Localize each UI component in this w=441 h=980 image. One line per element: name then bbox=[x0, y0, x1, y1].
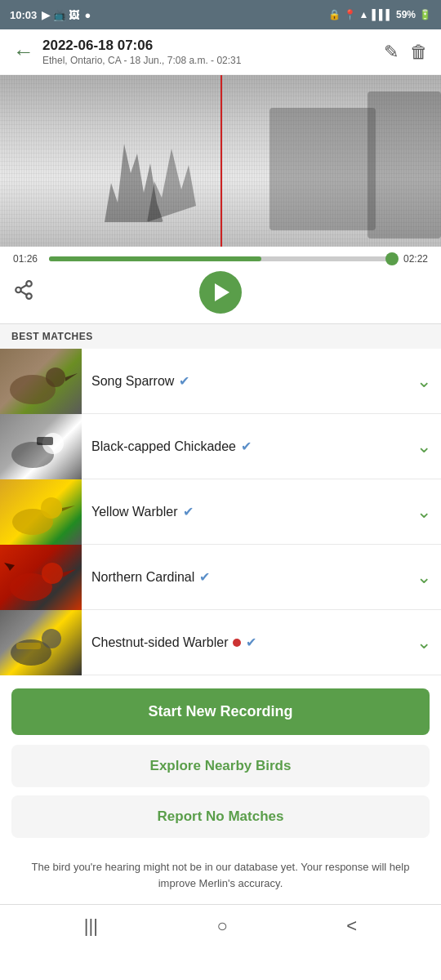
svg-point-15 bbox=[42, 563, 63, 584]
svg-line-3 bbox=[20, 292, 26, 295]
bird-item-2[interactable]: Black-capped Chickadee ✔ ⌄ bbox=[0, 414, 441, 479]
bird-photo-2 bbox=[0, 414, 82, 479]
total-time: 02:22 bbox=[399, 253, 428, 265]
playback-section: 01:26 02:22 bbox=[0, 247, 441, 323]
expand-icon-3[interactable]: ⌄ bbox=[407, 501, 441, 523]
nav-menu-icon[interactable]: ||| bbox=[84, 915, 98, 937]
progress-thumb bbox=[385, 252, 399, 265]
bird-item-5[interactable]: Chestnut-sided Warbler ✔ ⌄ bbox=[0, 610, 441, 675]
page-subtitle: Ethel, Ontario, CA - 18 Jun., 7:08 a.m. … bbox=[42, 55, 384, 66]
bird-photo-3 bbox=[0, 479, 82, 545]
header-title-block: 2022-06-18 07:06 Ethel, Ontario, CA - 18… bbox=[42, 38, 384, 66]
explore-nearby-button[interactable]: Explore Nearby Birds bbox=[11, 745, 430, 787]
back-button[interactable]: ← bbox=[13, 39, 34, 65]
current-time: 01:26 bbox=[13, 253, 42, 265]
expand-icon-1[interactable]: ⌄ bbox=[407, 371, 441, 392]
battery-icon: 🔋 bbox=[419, 9, 431, 20]
bird-info-4: Northern Cardinal ✔ bbox=[82, 569, 407, 585]
edit-button[interactable]: ✎ bbox=[384, 42, 399, 63]
status-bar: 10:03 ▶ 📺 🖼 ● 🔒 📍 ▲ ▌▌▌ 59% 🔋 bbox=[0, 0, 441, 29]
signal-icon: ▌▌▌ bbox=[372, 9, 393, 20]
progress-track[interactable] bbox=[49, 256, 392, 261]
verified-icon-4: ✔ bbox=[199, 569, 210, 585]
status-icons: ▶ 📺 🖼 bbox=[42, 9, 79, 21]
svg-line-4 bbox=[20, 285, 26, 288]
wifi-icon: ▲ bbox=[359, 9, 369, 20]
spectrogram-patch4 bbox=[368, 91, 441, 238]
bird-item-4[interactable]: Northern Cardinal ✔ ⌄ bbox=[0, 545, 441, 610]
controls-row bbox=[13, 271, 428, 314]
bird-name-5: Chestnut-sided Warbler bbox=[91, 635, 228, 650]
play-icon bbox=[215, 283, 229, 301]
status-time: 10:03 bbox=[10, 9, 37, 21]
bird-info-2: Black-capped Chickadee ✔ bbox=[82, 439, 407, 454]
header: ← 2022-06-18 07:06 Ethel, Ontario, CA - … bbox=[0, 29, 441, 75]
verified-icon-1: ✔ bbox=[179, 373, 189, 389]
spectrogram-patch3 bbox=[270, 108, 376, 230]
delete-button[interactable]: 🗑 bbox=[410, 42, 428, 63]
time-row: 01:26 02:22 bbox=[13, 253, 428, 265]
svg-marker-17 bbox=[63, 569, 76, 577]
svg-rect-20 bbox=[16, 643, 41, 649]
bird-info-3: Yellow Warbler ✔ bbox=[82, 504, 407, 519]
svg-point-19 bbox=[42, 629, 61, 648]
spectrogram-playhead bbox=[220, 75, 222, 247]
expand-icon-4[interactable]: ⌄ bbox=[407, 567, 441, 588]
bird-photo-1 bbox=[0, 349, 82, 414]
spectrogram[interactable] bbox=[0, 75, 441, 247]
location-icon: 📍 bbox=[344, 9, 356, 20]
svg-marker-13 bbox=[62, 506, 75, 511]
expand-icon-5[interactable]: ⌄ bbox=[407, 632, 441, 653]
section-label: BEST MATCHES bbox=[0, 323, 441, 349]
svg-point-12 bbox=[41, 497, 62, 519]
header-actions: ✎ 🗑 bbox=[384, 42, 428, 63]
play-button[interactable] bbox=[199, 271, 242, 314]
start-recording-button[interactable]: Start New Recording bbox=[11, 688, 430, 735]
spectrogram-bg bbox=[0, 75, 441, 247]
nav-home-icon[interactable]: ○ bbox=[217, 915, 228, 937]
bird-photo-5 bbox=[0, 610, 82, 675]
verified-icon-3: ✔ bbox=[183, 504, 194, 519]
status-dot: ● bbox=[84, 9, 91, 21]
nav-bar: ||| ○ < bbox=[0, 904, 441, 947]
bird-list: Song Sparrow ✔ ⌄ Black-capped Chickadee … bbox=[0, 349, 441, 675]
status-left: 10:03 ▶ 📺 🖼 ● bbox=[10, 9, 91, 21]
nav-back-icon[interactable]: < bbox=[346, 915, 357, 937]
svg-marker-7 bbox=[65, 373, 78, 381]
battery-label: 59% bbox=[396, 9, 416, 20]
status-right: 🔒 📍 ▲ ▌▌▌ 59% 🔋 bbox=[328, 9, 431, 20]
svg-marker-16 bbox=[4, 563, 15, 571]
bird-photo-4 bbox=[0, 545, 82, 610]
bird-name-4: Northern Cardinal bbox=[91, 570, 194, 585]
lock-icon: 🔒 bbox=[328, 9, 341, 20]
svg-rect-10 bbox=[37, 437, 53, 445]
bird-info-1: Song Sparrow ✔ bbox=[82, 373, 407, 389]
progress-fill bbox=[49, 256, 261, 261]
verified-icon-5: ✔ bbox=[246, 635, 256, 650]
bird-name-1: Song Sparrow bbox=[91, 374, 174, 389]
verified-icon-2: ✔ bbox=[241, 439, 252, 454]
bird-info-5: Chestnut-sided Warbler ✔ bbox=[82, 635, 407, 650]
svg-point-6 bbox=[46, 368, 65, 387]
report-no-matches-button[interactable]: Report No Matches bbox=[11, 795, 430, 838]
page-title: 2022-06-18 07:06 bbox=[42, 38, 384, 54]
expand-icon-2[interactable]: ⌄ bbox=[407, 436, 441, 457]
helper-text: The bird you're hearing might not be in … bbox=[0, 851, 441, 904]
bird-name-3: Yellow Warbler bbox=[91, 505, 178, 519]
bird-item-3[interactable]: Yellow Warbler ✔ ⌄ bbox=[0, 479, 441, 545]
buttons-section: Start New Recording Explore Nearby Birds… bbox=[0, 675, 441, 851]
red-dot-5 bbox=[233, 639, 241, 647]
bird-item-1[interactable]: Song Sparrow ✔ ⌄ bbox=[0, 349, 441, 414]
bird-name-2: Black-capped Chickadee bbox=[91, 439, 236, 454]
share-button[interactable] bbox=[13, 279, 34, 305]
